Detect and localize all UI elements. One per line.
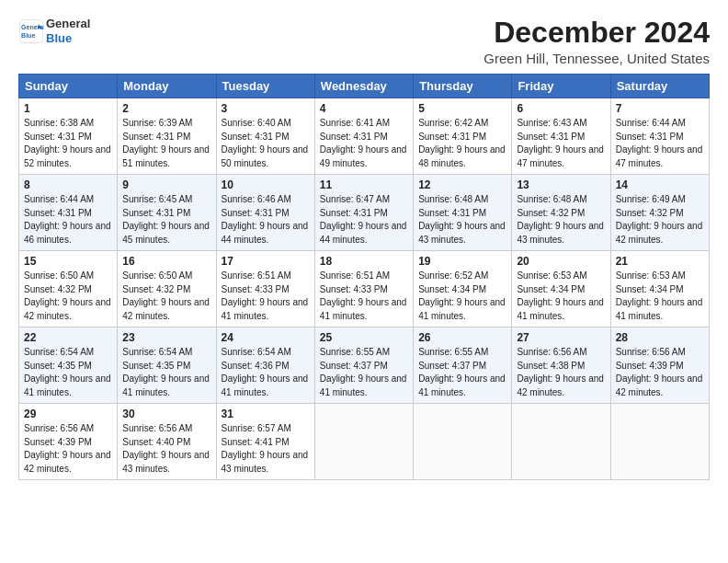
- week-row-5: 29 Sunrise: 6:56 AM Sunset: 4:39 PM Dayl…: [19, 404, 710, 480]
- daylight: Daylight: 9 hours and 41 minutes.: [222, 373, 309, 397]
- day-cell: 20 Sunrise: 6:53 AM Sunset: 4:34 PM Dayl…: [512, 251, 610, 327]
- logo: General Blue General Blue: [18, 17, 90, 45]
- day-number: 5: [418, 102, 506, 115]
- daylight: Daylight: 9 hours and 41 minutes.: [122, 373, 210, 397]
- sunset: Sunset: 4:32 PM: [122, 284, 190, 294]
- daylight: Daylight: 9 hours and 42 minutes.: [616, 373, 703, 397]
- sunset: Sunset: 4:31 PM: [616, 132, 684, 142]
- daylight: Daylight: 9 hours and 42 minutes.: [24, 297, 111, 321]
- sunset: Sunset: 4:33 PM: [222, 284, 290, 294]
- sunset: Sunset: 4:31 PM: [222, 208, 290, 218]
- weekday-monday: Monday: [118, 75, 216, 98]
- day-number: 21: [616, 255, 704, 268]
- day-cell: 11 Sunrise: 6:47 AM Sunset: 4:31 PM Dayl…: [314, 175, 413, 251]
- day-cell: 13 Sunrise: 6:48 AM Sunset: 4:32 PM Dayl…: [512, 175, 610, 251]
- week-row-1: 1 Sunrise: 6:38 AM Sunset: 4:31 PM Dayli…: [19, 98, 710, 175]
- day-cell: 5 Sunrise: 6:42 AM Sunset: 4:31 PM Dayli…: [414, 98, 512, 175]
- day-cell: 4 Sunrise: 6:41 AM Sunset: 4:31 PM Dayli…: [314, 98, 413, 175]
- sunset: Sunset: 4:33 PM: [320, 284, 388, 294]
- sunset: Sunset: 4:31 PM: [24, 132, 92, 142]
- day-number: 13: [517, 178, 605, 191]
- day-cell: 17 Sunrise: 6:51 AM Sunset: 4:33 PM Dayl…: [216, 251, 314, 327]
- day-info: Sunrise: 6:44 AM Sunset: 4:31 PM Dayligh…: [616, 117, 704, 170]
- day-cell: 30 Sunrise: 6:56 AM Sunset: 4:40 PM Dayl…: [118, 404, 216, 480]
- day-cell: 10 Sunrise: 6:46 AM Sunset: 4:31 PM Dayl…: [216, 175, 314, 251]
- day-number: 23: [122, 331, 210, 344]
- day-info: Sunrise: 6:50 AM Sunset: 4:32 PM Dayligh…: [24, 270, 112, 323]
- day-cell: 9 Sunrise: 6:45 AM Sunset: 4:31 PM Dayli…: [118, 175, 216, 251]
- daylight: Daylight: 9 hours and 41 minutes.: [517, 297, 604, 321]
- day-number: 3: [222, 102, 310, 115]
- day-info: Sunrise: 6:52 AM Sunset: 4:34 PM Dayligh…: [418, 270, 506, 323]
- sunrise: Sunrise: 6:52 AM: [418, 270, 488, 281]
- day-info: Sunrise: 6:53 AM Sunset: 4:34 PM Dayligh…: [517, 270, 605, 323]
- day-number: 19: [418, 255, 506, 268]
- day-number: 16: [122, 255, 210, 268]
- day-info: Sunrise: 6:54 AM Sunset: 4:35 PM Dayligh…: [122, 346, 210, 399]
- day-number: 15: [24, 255, 112, 268]
- daylight: Daylight: 9 hours and 52 minutes.: [24, 144, 111, 168]
- sunset: Sunset: 4:39 PM: [24, 437, 92, 447]
- day-number: 4: [320, 102, 408, 115]
- daylight: Daylight: 9 hours and 47 minutes.: [517, 144, 604, 168]
- day-number: 12: [418, 178, 506, 191]
- main-title: December 2024: [483, 17, 710, 49]
- day-cell: 26 Sunrise: 6:55 AM Sunset: 4:37 PM Dayl…: [414, 327, 512, 404]
- day-number: 11: [320, 178, 408, 191]
- day-number: 25: [320, 331, 408, 344]
- day-info: Sunrise: 6:45 AM Sunset: 4:31 PM Dayligh…: [122, 193, 210, 247]
- day-info: Sunrise: 6:54 AM Sunset: 4:35 PM Dayligh…: [24, 346, 112, 399]
- day-info: Sunrise: 6:56 AM Sunset: 4:39 PM Dayligh…: [616, 346, 704, 399]
- sunset: Sunset: 4:31 PM: [418, 208, 486, 218]
- day-info: Sunrise: 6:51 AM Sunset: 4:33 PM Dayligh…: [222, 270, 310, 323]
- sunset: Sunset: 4:32 PM: [24, 284, 92, 294]
- daylight: Daylight: 9 hours and 49 minutes.: [320, 144, 407, 168]
- day-cell: [314, 404, 413, 480]
- sunrise: Sunrise: 6:50 AM: [24, 270, 94, 281]
- daylight: Daylight: 9 hours and 41 minutes.: [222, 297, 309, 321]
- sunrise: Sunrise: 6:53 AM: [616, 270, 686, 281]
- weekday-thursday: Thursday: [414, 75, 512, 98]
- day-cell: 25 Sunrise: 6:55 AM Sunset: 4:37 PM Dayl…: [314, 327, 413, 404]
- sunrise: Sunrise: 6:39 AM: [122, 118, 192, 128]
- day-info: Sunrise: 6:54 AM Sunset: 4:36 PM Dayligh…: [222, 346, 310, 399]
- day-info: Sunrise: 6:55 AM Sunset: 4:37 PM Dayligh…: [320, 346, 408, 399]
- day-number: 28: [616, 331, 704, 344]
- daylight: Daylight: 9 hours and 41 minutes.: [320, 297, 407, 321]
- calendar-body: 1 Sunrise: 6:38 AM Sunset: 4:31 PM Dayli…: [19, 98, 710, 480]
- daylight: Daylight: 9 hours and 42 minutes.: [517, 373, 604, 397]
- daylight: Daylight: 9 hours and 48 minutes.: [418, 144, 506, 168]
- daylight: Daylight: 9 hours and 41 minutes.: [418, 297, 506, 321]
- sunrise: Sunrise: 6:48 AM: [517, 194, 586, 204]
- sunrise: Sunrise: 6:43 AM: [517, 118, 586, 128]
- day-cell: 2 Sunrise: 6:39 AM Sunset: 4:31 PM Dayli…: [118, 98, 216, 175]
- daylight: Daylight: 9 hours and 46 minutes.: [24, 221, 111, 245]
- weekday-tuesday: Tuesday: [216, 75, 314, 98]
- day-info: Sunrise: 6:55 AM Sunset: 4:37 PM Dayligh…: [418, 346, 506, 399]
- title-block: December 2024 Green Hill, Tennessee, Uni…: [483, 17, 710, 66]
- sunrise: Sunrise: 6:54 AM: [24, 347, 94, 357]
- day-cell: 12 Sunrise: 6:48 AM Sunset: 4:31 PM Dayl…: [414, 175, 512, 251]
- day-info: Sunrise: 6:40 AM Sunset: 4:31 PM Dayligh…: [222, 117, 310, 170]
- day-cell: 1 Sunrise: 6:38 AM Sunset: 4:31 PM Dayli…: [19, 98, 118, 175]
- day-cell: 23 Sunrise: 6:54 AM Sunset: 4:35 PM Dayl…: [118, 327, 216, 404]
- day-number: 20: [517, 255, 605, 268]
- day-info: Sunrise: 6:44 AM Sunset: 4:31 PM Dayligh…: [24, 193, 112, 247]
- sunset: Sunset: 4:37 PM: [418, 361, 486, 371]
- sunset: Sunset: 4:31 PM: [517, 132, 585, 142]
- day-info: Sunrise: 6:38 AM Sunset: 4:31 PM Dayligh…: [24, 117, 112, 170]
- day-info: Sunrise: 6:41 AM Sunset: 4:31 PM Dayligh…: [320, 117, 408, 170]
- weekday-saturday: Saturday: [610, 75, 709, 98]
- day-cell: 6 Sunrise: 6:43 AM Sunset: 4:31 PM Dayli…: [512, 98, 610, 175]
- day-number: 9: [122, 178, 210, 191]
- daylight: Daylight: 9 hours and 44 minutes.: [320, 221, 407, 245]
- sunset: Sunset: 4:35 PM: [122, 361, 190, 371]
- sunrise: Sunrise: 6:54 AM: [222, 347, 291, 357]
- weekday-friday: Friday: [512, 75, 610, 98]
- sunrise: Sunrise: 6:50 AM: [122, 270, 192, 281]
- day-number: 17: [222, 255, 310, 268]
- daylight: Daylight: 9 hours and 51 minutes.: [122, 144, 210, 168]
- header: General Blue General Blue December 2024 …: [18, 17, 710, 66]
- sunrise: Sunrise: 6:47 AM: [320, 194, 390, 204]
- sunrise: Sunrise: 6:40 AM: [222, 118, 291, 128]
